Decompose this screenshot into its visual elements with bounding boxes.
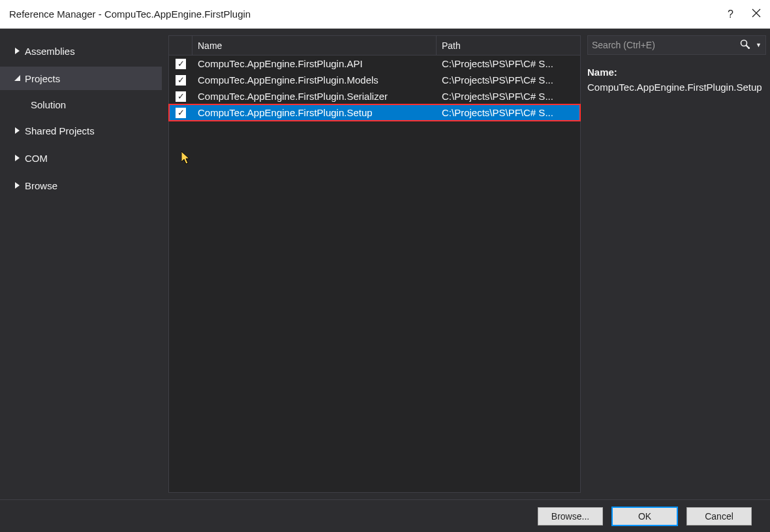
table-row[interactable]: ✓ CompuTec.AppEngine.FirstPlugin.API C:\… bbox=[169, 55, 580, 72]
search-box[interactable]: ▼ bbox=[587, 35, 766, 55]
sidebar-item-label: Browse bbox=[25, 180, 57, 191]
details-panel: ▼ Name: CompuTec.AppEngine.FirstPlugin.S… bbox=[581, 29, 770, 499]
search-input[interactable] bbox=[592, 40, 737, 50]
sidebar-item-label: Solution bbox=[31, 99, 66, 110]
sidebar-subitem-solution[interactable]: Solution bbox=[0, 94, 162, 115]
table-row[interactable]: ✓ CompuTec.AppEngine.FirstPlugin.Models … bbox=[169, 72, 580, 88]
sidebar-item-shared-projects[interactable]: Shared Projects bbox=[0, 119, 162, 142]
row-path: C:\Projects\PS\PF\C# S... bbox=[437, 91, 580, 102]
chevron-right-icon bbox=[13, 127, 22, 134]
svg-point-7 bbox=[741, 40, 747, 46]
chevron-right-icon bbox=[13, 155, 22, 161]
sidebar: Assemblies Projects Solution Shared Proj… bbox=[0, 29, 162, 499]
browse-button[interactable]: Browse... bbox=[538, 507, 603, 525]
sidebar-item-label: Projects bbox=[25, 73, 60, 84]
table-header: Name Path bbox=[169, 36, 580, 55]
checkbox[interactable]: ✓ bbox=[176, 108, 186, 118]
svg-marker-5 bbox=[15, 155, 20, 161]
svg-point-9 bbox=[748, 47, 750, 49]
ok-button[interactable]: OK bbox=[612, 507, 677, 525]
table-row[interactable]: ✓ CompuTec.AppEngine.FirstPlugin.Seriali… bbox=[169, 88, 580, 104]
row-path: C:\Projects\PS\PF\C# S... bbox=[437, 74, 580, 86]
details-name-label: Name: bbox=[587, 67, 766, 78]
body: Assemblies Projects Solution Shared Proj… bbox=[0, 29, 770, 499]
svg-marker-4 bbox=[15, 127, 20, 134]
row-path: C:\Projects\PS\PF\C# S... bbox=[437, 107, 580, 118]
sidebar-item-com[interactable]: COM bbox=[0, 146, 162, 170]
titlebar: Reference Manager - CompuTec.AppEngine.F… bbox=[0, 0, 770, 29]
sidebar-item-label: Assemblies bbox=[25, 46, 75, 57]
sidebar-item-label: Shared Projects bbox=[25, 125, 95, 136]
svg-marker-3 bbox=[14, 75, 20, 81]
chevron-right-icon bbox=[13, 182, 22, 189]
window-title: Reference Manager - CompuTec.AppEngine.F… bbox=[9, 8, 251, 20]
help-icon[interactable]: ? bbox=[728, 8, 733, 20]
sidebar-item-label: COM bbox=[25, 153, 48, 164]
svg-line-8 bbox=[746, 45, 748, 48]
search-dropdown-icon[interactable]: ▼ bbox=[753, 42, 762, 48]
checkbox[interactable]: ✓ bbox=[176, 59, 186, 69]
row-name: CompuTec.AppEngine.FirstPlugin.Setup bbox=[192, 107, 437, 118]
row-path: C:\Projects\PS\PF\C# S... bbox=[437, 58, 580, 69]
table-body: ✓ CompuTec.AppEngine.FirstPlugin.API C:\… bbox=[169, 55, 580, 492]
row-name: CompuTec.AppEngine.FirstPlugin.API bbox=[192, 58, 437, 69]
svg-marker-2 bbox=[15, 48, 20, 54]
row-name: CompuTec.AppEngine.FirstPlugin.Models bbox=[192, 74, 437, 86]
close-icon[interactable] bbox=[752, 8, 761, 20]
references-table: Name Path ✓ CompuTec.AppEngine.FirstPlug… bbox=[168, 35, 581, 493]
footer: Browse... OK Cancel bbox=[0, 499, 770, 532]
checkbox[interactable]: ✓ bbox=[176, 75, 186, 86]
checkbox[interactable]: ✓ bbox=[176, 91, 186, 102]
table-row[interactable]: ✓ CompuTec.AppEngine.FirstPlugin.Setup C… bbox=[169, 104, 580, 121]
svg-marker-6 bbox=[15, 182, 20, 189]
cancel-button[interactable]: Cancel bbox=[686, 507, 752, 525]
titlebar-controls: ? bbox=[728, 8, 765, 20]
table-header-name[interactable]: Name bbox=[192, 36, 437, 55]
row-name: CompuTec.AppEngine.FirstPlugin.Serialize… bbox=[192, 91, 437, 102]
table-header-path[interactable]: Path bbox=[437, 36, 580, 55]
details-name-value: CompuTec.AppEngine.FirstPlugin.Setup bbox=[587, 80, 766, 95]
chevron-down-icon bbox=[13, 75, 22, 82]
chevron-right-icon bbox=[13, 48, 22, 54]
search-icon[interactable] bbox=[737, 39, 753, 52]
sidebar-item-projects[interactable]: Projects bbox=[0, 67, 162, 90]
table-header-check bbox=[169, 36, 192, 55]
sidebar-item-assemblies[interactable]: Assemblies bbox=[0, 39, 162, 63]
sidebar-item-browse[interactable]: Browse bbox=[0, 174, 162, 197]
